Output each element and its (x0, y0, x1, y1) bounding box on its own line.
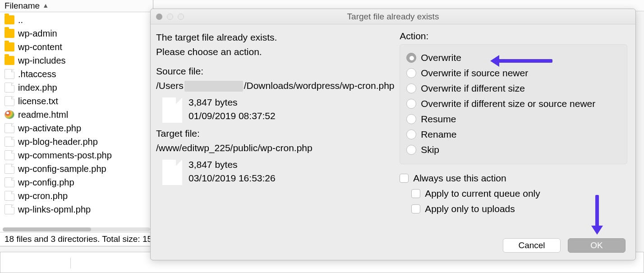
checkbox-always-use-action[interactable]: Always use this action (400, 171, 627, 186)
checkbox-icon[interactable] (411, 204, 420, 213)
target-file-path: /www/editwp_225/public/wp-cron.php (156, 141, 395, 155)
file-row[interactable]: index.php (0, 81, 153, 94)
sort-ascending-icon: ▲ (42, 2, 49, 9)
radio-overwrite-if-newer[interactable]: Overwrite if source newer (406, 65, 621, 81)
radio-icon[interactable] (406, 83, 416, 93)
button-label: Cancel (518, 241, 545, 250)
radio-overwrite-if-diff-size-or-newer[interactable]: Overwrite if different size or source ne… (406, 96, 621, 111)
radio-icon[interactable] (406, 99, 416, 109)
horizontal-scrollbar[interactable] (0, 227, 153, 232)
filename-header-label: Filename (5, 1, 40, 11)
file-row[interactable]: wp-links-opml.php (0, 203, 153, 216)
scrollbar-thumb[interactable] (3, 227, 91, 231)
file-name-label: wp-cron.php (18, 190, 68, 201)
source-file-label: Source file: (156, 65, 395, 78)
file-name-label: wp-content (18, 42, 62, 52)
source-file-date: 01/09/2019 08:37:52 (189, 109, 276, 123)
file-row[interactable]: wp-admin (0, 27, 153, 40)
file-row[interactable]: wp-config-sample.php (0, 162, 153, 176)
file-name-label: wp-blog-header.php (18, 136, 98, 147)
radio-icon[interactable] (406, 145, 416, 155)
checkbox-label: Apply only to uploads (425, 204, 515, 214)
status-bar: 18 files and 3 directories. Total size: … (0, 232, 153, 246)
file-list[interactable]: ..wp-adminwp-contentwp-includes.htaccess… (0, 12, 153, 227)
file-icon (5, 204, 14, 214)
radio-label: Resume (421, 114, 456, 125)
radio-icon[interactable] (406, 53, 416, 63)
file-row[interactable]: license.txt (0, 94, 153, 108)
file-row[interactable]: wp-comments-post.php (0, 148, 153, 162)
checkbox-icon[interactable] (411, 189, 420, 198)
radio-overwrite-if-diff-size[interactable]: Overwrite if different size (406, 81, 621, 96)
radio-label: Skip (421, 144, 439, 155)
file-row[interactable]: wp-activate.php (0, 121, 153, 135)
file-name-label: wp-links-opml.php (18, 204, 91, 215)
radio-label: Overwrite (421, 52, 461, 63)
maximize-icon (178, 14, 184, 20)
file-row[interactable]: wp-config.php (0, 176, 153, 189)
source-file-path: /Users /Downloads/wordpress/wp-cron.php (156, 79, 395, 93)
radio-skip[interactable]: Skip (406, 142, 621, 157)
file-name-label: wp-config.php (18, 177, 74, 188)
checkbox-label: Apply to current queue only (425, 188, 540, 199)
target-file-size: 3,847 bytes (189, 158, 276, 171)
folder-icon (5, 42, 14, 51)
source-path-prefix: /Users (156, 79, 184, 93)
file-icon (5, 177, 14, 187)
source-path-suffix: /Downloads/wordpress/wp-cron.php (244, 79, 395, 93)
overwrite-dialog: Target file already exists The target fi… (150, 9, 636, 260)
target-file-label: Target file: (156, 127, 395, 140)
file-icon (5, 96, 14, 106)
file-column-header[interactable]: Filename ▲ (0, 0, 153, 12)
dialog-message-line2: Please choose an action. (156, 45, 395, 59)
radio-rename[interactable]: Rename (406, 127, 621, 142)
radio-icon[interactable] (406, 130, 416, 139)
checkbox-icon[interactable] (400, 174, 409, 183)
folder-icon (5, 15, 14, 24)
file-name-label: readme.html (18, 109, 68, 120)
file-icon (5, 83, 14, 93)
radio-resume[interactable]: Resume (406, 111, 621, 127)
checkbox-label: Always use this action (413, 173, 506, 184)
file-icon (5, 137, 14, 147)
dialog-info-column: The target file already exists. Please c… (156, 31, 395, 235)
close-icon[interactable] (156, 14, 162, 20)
file-browser-pane: Filename ▲ ..wp-adminwp-contentwp-includ… (0, 0, 153, 246)
file-row[interactable]: .. (0, 13, 153, 27)
file-name-label: .. (18, 14, 23, 25)
radio-overwrite[interactable]: Overwrite (406, 50, 621, 65)
file-row[interactable]: readme.html (0, 108, 153, 121)
document-icon (162, 160, 182, 185)
document-icon (162, 97, 182, 123)
file-name-label: wp-activate.php (18, 123, 81, 134)
file-row[interactable]: wp-cron.php (0, 189, 153, 203)
ok-button[interactable]: OK (568, 238, 626, 253)
dialog-title: Target file already exists (151, 12, 635, 22)
dialog-message-line1: The target file already exists. (156, 31, 395, 44)
button-label: OK (590, 241, 603, 250)
radio-label: Overwrite if different size (421, 83, 525, 94)
file-name-label: index.php (18, 82, 57, 93)
file-row[interactable]: .htaccess (0, 67, 153, 81)
cancel-button[interactable]: Cancel (503, 238, 561, 253)
folder-icon (5, 56, 14, 65)
file-name-label: wp-admin (18, 28, 57, 39)
file-row[interactable]: wp-content (0, 40, 153, 54)
file-icon (5, 123, 14, 133)
status-text: 18 files and 3 directories. Total size: … (5, 234, 152, 244)
minimize-icon (167, 14, 173, 20)
html-file-icon (5, 110, 14, 119)
folder-icon (5, 29, 14, 38)
file-icon (5, 69, 14, 79)
radio-label: Rename (421, 129, 456, 140)
file-icon (5, 191, 14, 201)
file-name-label: .htaccess (18, 69, 56, 79)
file-name-label: wp-comments-post.php (18, 150, 112, 161)
file-name-label: wp-config-sample.php (18, 163, 106, 174)
radio-icon[interactable] (406, 68, 416, 78)
file-icon (5, 164, 14, 174)
radio-icon[interactable] (406, 114, 416, 124)
dialog-titlebar[interactable]: Target file already exists (151, 9, 635, 24)
file-row[interactable]: wp-blog-header.php (0, 135, 153, 148)
file-row[interactable]: wp-includes (0, 54, 153, 67)
